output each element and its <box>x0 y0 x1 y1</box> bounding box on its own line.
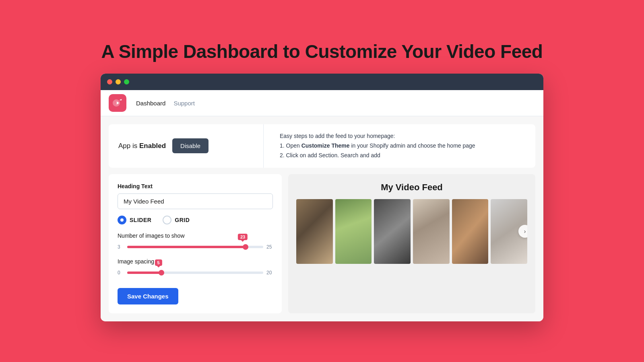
dot-yellow[interactable] <box>116 79 121 84</box>
images-slider-thumb[interactable]: 23 <box>243 244 248 250</box>
spacing-slider-min: 0 <box>118 270 124 276</box>
title-bar <box>101 74 543 90</box>
video-image-1 <box>296 199 333 264</box>
images-slider-row: 3 23 25 <box>118 243 273 251</box>
left-panel: Heading Text SLIDER GRID <box>109 174 282 313</box>
spacing-slider-track[interactable]: 5 <box>127 269 263 277</box>
preview-title: My Video Feed <box>296 182 527 193</box>
dot-green[interactable] <box>124 79 129 84</box>
browser-window: Dashboard Support App is Enabled Disable… <box>101 74 543 321</box>
heading-input[interactable] <box>118 193 273 209</box>
video-thumb-3 <box>374 199 411 264</box>
content-area: App is Enabled Disable Easy steps to add… <box>101 116 543 321</box>
disable-button[interactable]: Disable <box>172 138 208 153</box>
dot-red[interactable] <box>107 79 112 84</box>
images-track-fill <box>127 246 246 248</box>
grid-label: GRID <box>175 217 190 223</box>
spacing-slider-thumb[interactable]: 5 <box>159 270 164 276</box>
page-wrapper: A Simple Dashboard to Customize Your Vid… <box>0 0 644 362</box>
video-thumb-1 <box>296 199 333 264</box>
video-thumb-5 <box>452 199 489 264</box>
video-image-2 <box>335 199 372 264</box>
nav-bar: Dashboard Support <box>101 90 543 116</box>
video-image-3 <box>374 199 411 264</box>
video-thumb-2 <box>335 199 372 264</box>
divider <box>263 124 264 167</box>
spacing-value-bubble: 5 <box>155 259 162 266</box>
right-panel: My Video Feed <box>288 174 535 313</box>
video-image-5 <box>452 199 489 264</box>
instructions-title: Easy steps to add the feed to your homep… <box>280 132 526 141</box>
instructions-section: Easy steps to add the feed to your homep… <box>272 132 526 160</box>
nav-dashboard[interactable]: Dashboard <box>136 98 165 108</box>
images-slider-label: Number of images to show <box>118 232 273 239</box>
images-slider-section: Number of images to show 3 23 25 <box>118 232 273 251</box>
app-logo <box>109 94 126 112</box>
images-slider-min: 3 <box>118 244 124 250</box>
nav-links: Dashboard Support <box>136 98 195 108</box>
svg-point-0 <box>121 99 122 101</box>
chevron-right-icon: › <box>524 228 526 234</box>
radio-group: SLIDER GRID <box>118 216 273 224</box>
slider-label: SLIDER <box>130 217 151 223</box>
heading-label: Heading Text <box>118 183 273 189</box>
video-image-4 <box>413 199 450 264</box>
grid-radio[interactable] <box>163 216 171 224</box>
images-slider-track[interactable]: 23 <box>127 243 263 251</box>
step1: 1. Open Customize Theme in your Shopify … <box>280 141 526 151</box>
spacing-slider-section: Image spacing 0 5 20 <box>118 258 273 277</box>
save-button[interactable]: Save Changes <box>118 288 178 304</box>
video-thumb-4 <box>413 199 450 264</box>
nav-support[interactable]: Support <box>173 98 195 108</box>
spacing-track-fill <box>127 272 161 274</box>
main-config: Heading Text SLIDER GRID <box>109 174 535 313</box>
step2: 2. Click on add Section. Search and add <box>280 151 526 160</box>
images-slider-max: 25 <box>266 244 273 250</box>
spacing-slider-row: 0 5 20 <box>118 269 273 277</box>
status-section: App is Enabled Disable <box>118 132 255 160</box>
spacing-slider-label: Image spacing <box>118 258 273 265</box>
page-title: A Simple Dashboard to Customize Your Vid… <box>101 41 543 62</box>
slider-option[interactable]: SLIDER <box>118 216 151 224</box>
status-text: App is Enabled <box>118 142 166 150</box>
spacing-slider-max: 20 <box>266 270 273 276</box>
images-value-bubble: 23 <box>238 234 248 240</box>
video-feed-slider: › <box>296 199 527 264</box>
status-bar: App is Enabled Disable Easy steps to add… <box>109 124 535 167</box>
slider-radio[interactable] <box>118 216 126 224</box>
grid-option[interactable]: GRID <box>163 216 190 224</box>
